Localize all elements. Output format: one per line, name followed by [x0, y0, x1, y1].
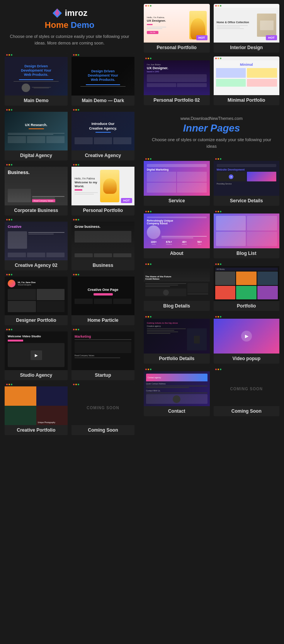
demo-label-blog-list: Blog List	[214, 248, 280, 258]
right-panel: Hello, I'm Fatima. UX Designer. Hire Me …	[139, 0, 284, 420]
demo-card-digital-agency[interactable]: UX Research. Digital Agency	[5, 108, 68, 161]
hot-badge-personal: HOT	[121, 198, 132, 203]
demo-label-about: About	[144, 248, 210, 258]
demo-label-minimal: Minimal Portfolio	[214, 95, 280, 105]
demo-card-video-popup[interactable]: ▶ Video popup	[214, 315, 280, 364]
demo-grid-row1: Design DrivenDevelopment YourWeb Product…	[5, 53, 134, 106]
demo-grid-row5: Hi, I'm Jane Doe Visual Designer. Design…	[5, 273, 134, 325]
inner-pages-header: www.DownloadNewThemes.com Inner Pages Ch…	[144, 109, 279, 153]
demo-label-personal: Personal Portfolio	[71, 205, 134, 215]
demo-label-pp-hot: Personal Portfolio	[144, 43, 210, 53]
demo-label-digital: Digital Agency	[5, 150, 68, 161]
demo-grid-row4: Creative Creative Agency 0	[5, 218, 134, 270]
hot-badge-id: HOT	[266, 35, 277, 40]
creative-headline: Introduce OurCreative Agency.	[89, 122, 117, 131]
nav-dot-green	[11, 54, 12, 56]
demo-card-business[interactable]: Grow business. Business	[71, 218, 134, 270]
demo-card-main-demo[interactable]: Design DrivenDevelopment YourWeb Product…	[5, 53, 68, 106]
thumb-avatar-row	[22, 84, 51, 92]
demo-grid-row6: Welcome Video Studio ▶ Studio Agency	[5, 328, 134, 380]
demo-label-designer: Designer Portfolio	[5, 315, 68, 325]
hot-badge-pp: HOT	[196, 35, 207, 40]
demo-card-designer-portfolio[interactable]: Hi, I'm Jane Doe Visual Designer. Design…	[5, 273, 68, 325]
demo-card-contact[interactable]: Contact agency Quick Contact Address Con…	[144, 367, 210, 416]
demo-card-creative-agency[interactable]: Introduce OurCreative Agency. Creative A…	[71, 108, 134, 161]
demo-label-coming-soon-inner: Coming Soon	[214, 406, 280, 416]
demo-label-creative2: Creative Agency 02	[5, 260, 68, 270]
demo-label-coming-soon: Coming Soon	[71, 425, 134, 435]
nav-dot-red	[6, 54, 8, 56]
demo-label-blog-details: Blog Details	[144, 301, 210, 311]
demo-card-blog-list[interactable]: Blog List	[214, 210, 280, 258]
demo-label-contact: Contact	[144, 406, 210, 416]
demo-label-pp02: Personal Portfolio 02	[144, 95, 210, 105]
demo-card-about[interactable]: Refreshingly UniqueCompany About 100+	[144, 210, 210, 258]
demo-card-coming-soon[interactable]: COMING SOON Coming Soon	[71, 383, 134, 435]
demo-card-service[interactable]: Digital Marketing Service	[144, 157, 210, 206]
coming-soon-inner-text: COMING SOON	[230, 387, 263, 391]
demo-card-pp02[interactable]: I'm Joe Biden UX Designer. based in 1940…	[144, 56, 210, 105]
demo-grid-row2: UX Research. Digital Agency	[5, 108, 134, 161]
digital-headline: UX Research.	[25, 123, 47, 128]
demo-thumb-headline: Design DrivenDevelopment YourWeb Product…	[21, 64, 51, 77]
demo-label-business: Business	[71, 260, 134, 270]
inner-subtitle: Choose one of styles or cutomize easily …	[148, 137, 275, 149]
demo-label-particle: Home Particle	[71, 315, 134, 325]
logo-diamond-icon	[52, 8, 63, 19]
demo-card-portfolio[interactable]: All Works Portfolio	[214, 262, 280, 311]
demo-card-creative-portfolio[interactable]: Unique Photography Creative Portfolio	[5, 383, 68, 435]
inner-pages-title: Inner Pages	[148, 122, 275, 134]
logo-area: imroz Home Demo Choose one of styles or …	[5, 8, 134, 46]
coming-soon-text: COMING SOON	[87, 406, 119, 410]
demo-label-studio: Studio Agency	[5, 370, 68, 380]
demo-card-personal-portfolio[interactable]: Hello, I'm Fatima Welcome to myWorld. HO…	[71, 163, 134, 215]
demo-label-interior: Interior Design	[214, 43, 280, 53]
nav-dot-yellow	[9, 54, 10, 56]
demo-card-studio[interactable]: Welcome Video Studio ▶ Studio Agency	[5, 328, 68, 380]
demo-card-minimal[interactable]: Minimal Minimal Portfolio	[214, 56, 280, 105]
demo-label-main-demo: Main Demo	[5, 96, 68, 106]
left-panel: imroz Home Demo Choose one of styles or …	[0, 0, 139, 445]
demo-card-portfolio-details[interactable]: Getting tickets to the big show Creative…	[144, 315, 210, 364]
logo-text: imroz	[65, 8, 88, 18]
corporate-headline: Business.	[8, 170, 65, 175]
demo-card-home-particle[interactable]: Creative One Page Home Particle	[71, 273, 134, 325]
demo-grid-row7: Unique Photography Creative Portfolio CO…	[5, 383, 134, 435]
thumb-avatar	[22, 84, 30, 92]
demo-card-corporate[interactable]: Business. Read Company Values Corporate …	[5, 163, 68, 215]
thumb-text-line	[32, 87, 51, 87]
demo-label-corporate: Corporate Business	[5, 205, 68, 215]
demo-card-main-demo-dark[interactable]: Design DrivenDevelopment YourWeb Product…	[71, 53, 134, 106]
demo-card-personal-portfolio-hot[interactable]: Hello, I'm Fatima. UX Designer. Hire Me …	[144, 4, 210, 53]
download-url: www.DownloadNewThemes.com	[148, 116, 275, 121]
demo-label-service-details: Service Details	[214, 196, 280, 206]
demo-card-startup[interactable]: Marketing Read Company Values Startup	[71, 328, 134, 380]
demo-thumb-dark-headline: Design DrivenDevelopment YourWeb Product…	[88, 69, 118, 82]
demo-grid-row3: Business. Read Company Values Corporate …	[5, 163, 134, 215]
demo-card-blog-details[interactable]: The Home of the FutureCould Rebes	[144, 262, 210, 311]
section-subtitle: Choose one of styles or cutomize easily …	[5, 33, 134, 46]
demo-label-creative-portfolio: Creative Portfolio	[5, 425, 68, 435]
demo-card-interior-design[interactable]: Home & Office Collection HOT Interior De…	[214, 4, 280, 53]
thumb-bar	[19, 79, 53, 80]
demo-label-creative: Creative Agency	[71, 150, 134, 161]
section-title: Home Demo	[5, 20, 134, 30]
demo-label-service: Service	[144, 196, 210, 206]
thumb-bar2	[14, 81, 59, 82]
demo-label-video-popup: Video popup	[214, 354, 280, 364]
demo-card-creative-agency-02[interactable]: Creative Creative Agency 0	[5, 218, 68, 270]
demo-card-service-details[interactable]: Website Development ● Providing Service …	[214, 157, 280, 206]
right-top-grid: Hello, I'm Fatima. UX Designer. Hire Me …	[144, 4, 279, 105]
demo-label-portfolio-details: Portfolio Details	[144, 354, 210, 364]
demo-label-portfolio: Portfolio	[214, 301, 280, 311]
thumb-text-line2	[34, 88, 49, 88]
demo-label-main-demo-dark: Main Demo — Dark	[71, 96, 134, 106]
logo-icon: imroz	[52, 8, 88, 19]
demo-card-coming-soon-inner[interactable]: COMING SOON Coming Soon	[214, 367, 280, 416]
inner-pages-grid: Digital Marketing Service	[144, 157, 279, 416]
demo-label-startup: Startup	[71, 370, 134, 380]
